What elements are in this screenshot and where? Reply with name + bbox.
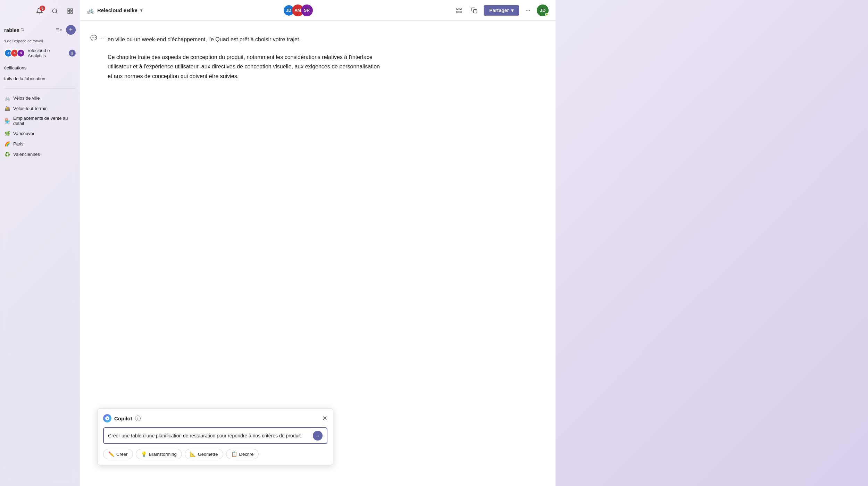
copilot-input-row: → <box>103 427 327 444</box>
team-name: relecloud e Analytics <box>28 48 69 58</box>
svg-point-0 <box>52 9 57 13</box>
retail-icon: 🏪 <box>4 118 10 124</box>
share-button[interactable]: Partager ▾ <box>484 5 519 16</box>
more-options-button[interactable]: ··· <box>523 5 533 15</box>
bike-icon: 🚲 <box>87 7 94 14</box>
copilot-panel: Copilot i ✕ → ✏️ Créer 💡 Brainstorming <box>97 408 333 465</box>
nav-item-fabrication[interactable]: tails de la fabrication <box>0 73 80 84</box>
svg-rect-3 <box>71 9 73 10</box>
action-decrire-button[interactable]: 📋 Décrire <box>226 449 259 459</box>
right-background-area <box>556 0 868 486</box>
topbar-chevron-icon: ▾ <box>140 8 142 13</box>
svg-rect-13 <box>460 8 461 10</box>
copilot-title: Copilot i <box>103 414 141 422</box>
action-geometre-button[interactable]: 📐 Géomètre <box>185 449 223 459</box>
location-city-bikes[interactable]: 🚲 Vélos de ville <box>0 93 80 103</box>
sidebar-title-row: rables ⇅ ▾ + <box>0 22 80 37</box>
sidebar: 8 rables ⇅ ▾ + <box>0 0 80 486</box>
topbar-title: Relecloud eBike <box>97 7 137 13</box>
paris-icon: 🌈 <box>4 141 10 147</box>
copilot-logo-icon <box>103 414 111 422</box>
topbar: 🚲 Relecloud eBike ▾ JD AM SR <box>80 0 556 21</box>
location-valenciennes[interactable]: ♻️ Valenciennes <box>0 149 80 159</box>
location-retail[interactable]: 🏪 Emplacements de vente au détail <box>0 114 80 128</box>
city-bike-icon: 🚲 <box>4 95 10 101</box>
paragraph-2-text: Ce chapitre traite des aspects de concep… <box>108 52 385 81</box>
collaborator-avatar-3[interactable]: SR <box>301 5 313 16</box>
geometre-icon: 📐 <box>190 451 196 457</box>
notifications-button[interactable]: 8 <box>34 6 45 17</box>
paragraph-2-area: Ce chapitre traite des aspects de concep… <box>108 52 528 81</box>
user-status-dot <box>545 13 548 16</box>
team-row[interactable]: J A S relecloud e Analytics 2 <box>0 46 80 60</box>
copilot-input[interactable] <box>108 433 310 438</box>
sidebar-top-bar: 8 <box>0 0 80 22</box>
topbar-center: JD AM SR <box>147 5 449 16</box>
action-creer-button[interactable]: ✏️ Créer <box>103 449 133 459</box>
svg-rect-14 <box>457 11 458 13</box>
main-container: 🚲 Relecloud eBike ▾ JD AM SR <box>80 0 556 486</box>
location-mountain-bikes[interactable]: 🚵 Vélos tout-terrain <box>0 103 80 114</box>
add-button[interactable]: + <box>66 25 76 35</box>
comment-more-icon[interactable]: ··· <box>99 35 104 41</box>
topbar-logo[interactable]: 🚲 Relecloud eBike ▾ <box>87 7 142 14</box>
nav-item-specifications[interactable]: écifications <box>0 62 80 73</box>
topbar-collaborators: JD AM SR <box>283 5 313 16</box>
creer-icon: ✏️ <box>108 451 114 457</box>
svg-rect-2 <box>68 9 69 10</box>
divider <box>4 88 76 89</box>
layout-button[interactable] <box>65 6 76 17</box>
location-paris[interactable]: 🌈 Paris <box>0 139 80 149</box>
user-avatar[interactable]: JD <box>537 5 549 16</box>
paragraph-1-area: 💬 ··· en ville ou un week-end d'échappem… <box>108 35 528 44</box>
apps-icon-button[interactable] <box>453 5 465 16</box>
comment-icons: 💬 ··· <box>90 35 104 41</box>
svg-rect-5 <box>71 12 73 14</box>
copilot-send-button[interactable]: → <box>313 431 323 441</box>
title-arrow-icon: ⇅ <box>21 27 24 32</box>
valenciennes-icon: ♻️ <box>4 151 10 157</box>
sidebar-subtitle: s de l'espace de travail <box>0 39 80 46</box>
svg-line-1 <box>56 12 57 13</box>
copilot-header: Copilot i ✕ <box>103 414 327 422</box>
share-chevron-icon: ▾ <box>511 8 514 13</box>
location-vancouver[interactable]: 🌿 Vancouver <box>0 128 80 139</box>
mountain-bike-icon: 🚵 <box>4 105 10 111</box>
svg-rect-12 <box>457 8 458 10</box>
comment-reaction-icon[interactable]: 💬 <box>90 35 97 41</box>
team-badge: 2 <box>69 50 76 57</box>
copilot-actions: ✏️ Créer 💡 Brainstorming 📐 Géomètre 📋 Dé… <box>103 449 327 459</box>
duplicate-icon-button[interactable] <box>468 5 480 16</box>
copilot-info-icon[interactable]: i <box>135 416 141 421</box>
svg-rect-15 <box>460 11 461 13</box>
sidebar-title: rables <box>4 27 19 33</box>
notification-badge: 8 <box>40 6 45 11</box>
search-button[interactable] <box>49 6 60 17</box>
vancouver-icon: 🌿 <box>4 130 10 136</box>
svg-rect-16 <box>474 9 477 13</box>
paragraph-1-text: en ville ou un week-end d'échappement, l… <box>108 35 385 44</box>
action-brainstorming-button[interactable]: 💡 Brainstorming <box>136 449 182 459</box>
topbar-right: Partager ▾ ··· JD <box>453 5 549 16</box>
svg-rect-4 <box>68 12 69 14</box>
copilot-close-button[interactable]: ✕ <box>322 414 327 422</box>
brainstorming-icon: 💡 <box>141 451 147 457</box>
document-content: 💬 ··· en ville ou un week-end d'échappem… <box>80 21 556 486</box>
sort-chevron-icon: ▾ <box>60 28 62 32</box>
sort-button[interactable]: ▾ <box>52 26 64 33</box>
team-avatars: J A S <box>4 49 25 57</box>
decrire-icon: 📋 <box>231 451 237 457</box>
avatar-3: S <box>17 49 25 57</box>
